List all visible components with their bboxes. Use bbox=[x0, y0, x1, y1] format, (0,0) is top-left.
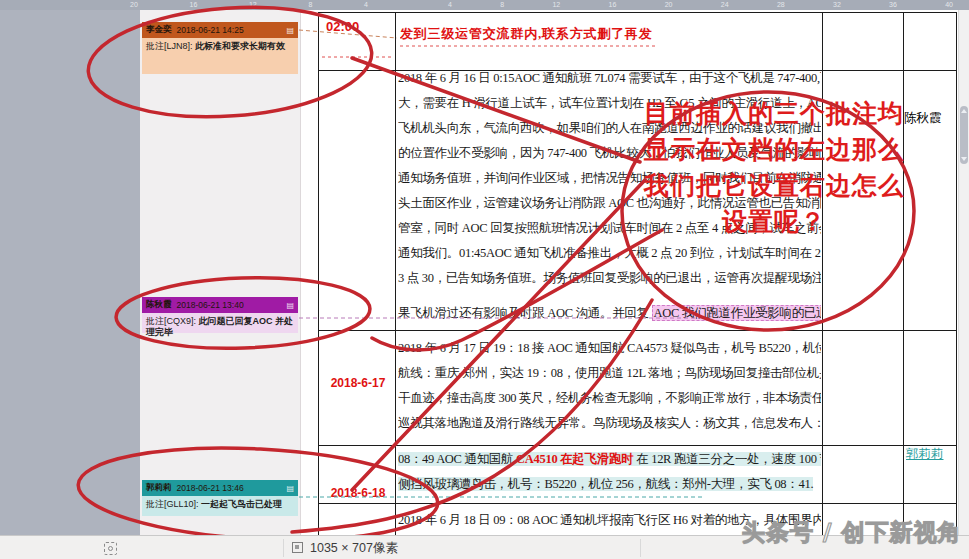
ruler-numbers-left: 20161284 bbox=[130, 0, 368, 10]
comment-prefix: 批注[GLL10]: bbox=[146, 499, 199, 509]
ruler-numbers-right: 481216202428323640 bbox=[448, 0, 953, 10]
comment-text: 此标准和要求长期有效 bbox=[195, 41, 285, 51]
comment-card-1[interactable]: 李金奕 2018-06-21 14:25 ▤ 批注[LJN8]: 此标准和要求长… bbox=[142, 22, 298, 74]
doc-text-line: 3 点 30，已告知场务值班。场务值班回复受影响的已退出，运管再次提醒现场注意，… bbox=[398, 266, 821, 291]
ruler-number: 20 bbox=[130, 0, 138, 10]
row2-last-line[interactable]: 果飞机滑过还有影响及时跟 AOC 沟通。并回复 AOC 我们跑道作业受影响的已退… bbox=[398, 301, 821, 326]
comment-author: 李金奕 bbox=[146, 24, 172, 36]
row1-red-text[interactable]: 发到三级运管交流群内,联系方式删了再发 bbox=[400, 21, 820, 46]
row4-line1[interactable]: 08：49 AOC 通知国航 CA4510 在起飞滑跑时 在 12R 跑道三分之… bbox=[398, 447, 821, 472]
horizontal-ruler: 20161284 481216202428323640 bbox=[0, 0, 969, 10]
scrollbar-thumb[interactable] bbox=[960, 106, 968, 164]
comment-edit-icon[interactable]: ▤ bbox=[286, 484, 294, 493]
comment-anchor-highlight[interactable]: AOC 我们跑道作业受影响的已退出 bbox=[652, 305, 821, 321]
ruler-number: 32 bbox=[833, 0, 841, 10]
comment-margin-pane bbox=[140, 10, 300, 535]
ruler-number: 12 bbox=[552, 0, 560, 10]
reviewer-name: 郭莉莉 bbox=[906, 446, 944, 463]
doc-text-line: 干血迹，撞击高度 300 英尺，经机务检查无影响，不影响正常放行，非本场责任。场… bbox=[398, 386, 821, 411]
doc-text-line: 航线：重庆-郑州，实达 19：08，使用跑道 12L 落地；鸟防现场回复撞击部位… bbox=[398, 361, 821, 386]
doc-text-line: 2018 年 6 月 17 日 19：18 接 AOC 通知国航 CA4573 … bbox=[398, 336, 821, 361]
date-cell[interactable]: 2018-6-17 bbox=[322, 376, 394, 390]
ruler-number: 16 bbox=[189, 0, 197, 10]
ruler-number: 20 bbox=[665, 0, 673, 10]
table-border bbox=[318, 12, 957, 13]
ruler-number: 36 bbox=[889, 0, 897, 10]
table-border bbox=[395, 12, 396, 535]
ruler-number: 8 bbox=[500, 0, 504, 10]
scroll-down-icon[interactable] bbox=[961, 157, 967, 161]
comment-anchor-highlight: 侧挡风玻璃遭鸟击，机号：B5220，机位 256，航线：郑州-大理，实飞 08：… bbox=[398, 477, 813, 491]
doc-text-line: 果飞机滑过还有影响及时跟 AOC 沟通。并回复 bbox=[398, 306, 652, 320]
scroll-up-icon[interactable] bbox=[961, 109, 967, 113]
selection-icon[interactable] bbox=[104, 542, 117, 555]
ruler-number: 40 bbox=[945, 0, 953, 10]
table-border bbox=[956, 12, 957, 535]
comment-author: 郭莉莉 bbox=[146, 482, 172, 494]
table-border bbox=[903, 12, 904, 535]
statusbar-divider bbox=[640, 539, 641, 557]
comment-prefix: 批注[CQX9]: bbox=[146, 316, 196, 326]
ruler-number: 4 bbox=[364, 0, 368, 10]
ruler-number: 12 bbox=[249, 0, 257, 10]
red-annotation-text: 目前插入的三个批注均 显示在文档的左边那么 我们把它设置右边怎么 设置呢？ bbox=[628, 96, 920, 240]
table-border bbox=[822, 12, 823, 535]
ruler-number: 28 bbox=[777, 0, 785, 10]
comment-prefix: 批注[LJN8]: bbox=[146, 41, 193, 51]
app-background bbox=[0, 10, 140, 535]
statusbar-divider bbox=[283, 539, 284, 557]
screenshot-canvas: 20161284 481216202428323640 02:00 发到三级运管… bbox=[0, 0, 969, 559]
row4-line2[interactable]: 侧挡风玻璃遭鸟击，机号：B5220，机位 256，航线：郑州-大理，实飞 08：… bbox=[398, 472, 821, 497]
comment-datetime: 2018-06-21 13:46 bbox=[177, 483, 244, 493]
ruler-number: 16 bbox=[609, 0, 617, 10]
comment-text: 一起起飞鸟击已处理 bbox=[201, 499, 282, 509]
comment-datetime: 2018-06-21 13:40 bbox=[177, 300, 244, 310]
vertical-scrollbar[interactable] bbox=[958, 10, 969, 535]
comment-edit-icon[interactable]: ▤ bbox=[286, 26, 294, 35]
red-inserted-text: CA4510 在起飞滑跑时 bbox=[516, 452, 633, 466]
ruler-number: 8 bbox=[308, 0, 312, 10]
table-border bbox=[318, 445, 957, 446]
ruler-number: 4 bbox=[448, 0, 452, 10]
table-border bbox=[318, 503, 957, 504]
ruler-number: 24 bbox=[721, 0, 729, 10]
image-dimensions-label: 1035 × 707像素 bbox=[310, 540, 398, 557]
time-cell[interactable]: 02:00 bbox=[326, 19, 359, 34]
row3-paragraph[interactable]: 2018 年 6 月 17 日 19：18 接 AOC 通知国航 CA4573 … bbox=[398, 336, 821, 436]
comment-anchor-highlight: 08：49 AOC 通知国航 CA4510 在起飞滑跑时 在 12R 跑道三分之… bbox=[398, 452, 821, 466]
comment-header: 郭莉莉 2018-06-21 13:46 ▤ bbox=[142, 480, 298, 496]
comment-datetime: 2018-06-21 14:25 bbox=[177, 25, 244, 35]
doc-text-line: 2018 年 6 月 16 日 0:15AOC 通知航班 7L074 需要试车，… bbox=[398, 66, 821, 91]
comment-body: 批注[GLL10]: 一起起飞鸟击已处理 bbox=[142, 496, 298, 516]
dimensions-icon bbox=[292, 542, 303, 553]
watermark-text: 头条号 / 创下新视角 bbox=[742, 517, 961, 548]
comment-author: 陈秋霞 bbox=[146, 299, 172, 311]
comment-card-2[interactable]: 陈秋霞 2018-06-21 13:40 ▤ 批注[CQX9]: 此问题已回复A… bbox=[142, 297, 298, 333]
comment-header: 李金奕 2018-06-21 14:25 ▤ bbox=[142, 22, 298, 38]
comment-body: 批注[CQX9]: 此问题已回复AOC 并处理完毕 bbox=[142, 313, 298, 333]
date-cell[interactable]: 2018-6-18 bbox=[322, 486, 394, 500]
comment-header: 陈秋霞 2018-06-21 13:40 ▤ bbox=[142, 297, 298, 313]
doc-text-line: 通知我们。01:45AOC 通知飞机准备推出，大概 2 点 20 到位，计划试车… bbox=[398, 241, 821, 266]
table-border bbox=[318, 12, 319, 535]
doc-text-line: 巡视其落地跑道及滑行路线无异常。鸟防现场及核实人：杨文其，信息发布人：郭莉莉. bbox=[398, 411, 821, 436]
table-border bbox=[318, 330, 957, 331]
comment-body: 批注[LJN8]: 此标准和要求长期有效 bbox=[142, 38, 298, 74]
comment-card-3[interactable]: 郭莉莉 2018-06-21 13:46 ▤ 批注[GLL10]: 一起起飞鸟击… bbox=[142, 480, 298, 516]
comment-edit-icon[interactable]: ▤ bbox=[286, 301, 294, 310]
